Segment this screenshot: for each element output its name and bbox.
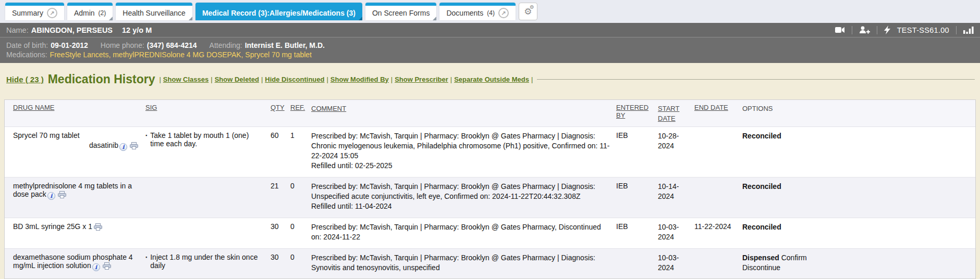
- hide-count-link[interactable]: Hide ( 23 ): [6, 75, 44, 84]
- patient-age-sex: 12 y/o M: [122, 26, 152, 34]
- comment-text: Prescribed by: McTavish, Tarquin | Pharm…: [311, 131, 610, 161]
- table-header-row: DRUG NAME SIG QTY REF. COMMENT ENTERED B…: [5, 100, 975, 126]
- sig-text: Take 1 tablet by mouth 1 (one) time each…: [150, 131, 264, 171]
- comment-text: Prescribed by: McTavish, Tarquin | Pharm…: [311, 182, 610, 201]
- patient-name-bar: Name: ABINGDON, PERSEUS 12 y/o M TEST-SS…: [0, 23, 980, 37]
- tab-label: Health Surveillance: [123, 9, 186, 17]
- tab-documents[interactable]: Documents (4) ↗: [439, 3, 515, 20]
- tab-corner-fold-icon: [109, 17, 113, 20]
- tab-count: (4): [487, 9, 495, 17]
- separator: |: [531, 75, 533, 83]
- comment-text: Prescribed by: McTavish, Tarquin | Pharm…: [311, 253, 610, 273]
- status-badge: Reconciled: [742, 132, 781, 140]
- col-header-end-date[interactable]: END DATE: [694, 104, 742, 123]
- entered-by-value: IEB: [616, 182, 658, 211]
- tab-corner-fold-icon: [433, 17, 436, 20]
- sig-bullet: ▪: [145, 253, 147, 273]
- print-icon[interactable]: [94, 224, 102, 232]
- qty-value: 30: [271, 222, 290, 242]
- discontinue-link[interactable]: Discontinue: [742, 263, 780, 272]
- row-filler: [841, 131, 975, 171]
- entered-by-value: IEB: [616, 222, 658, 242]
- info-icon[interactable]: i: [92, 263, 100, 271]
- entered-by-value: [616, 253, 658, 273]
- table-row-methylprednisolone: methylprednisolone 4 mg tablets in a dos…: [5, 177, 975, 218]
- show-modified-by-link[interactable]: Show Modified By: [330, 75, 389, 83]
- table-row-dexamethasone: dexamethasone sodium phosphate 4 mg/mL i…: [5, 248, 975, 279]
- system-id-label: TEST-SS61.00: [897, 26, 949, 34]
- gear-small-icon: ⚙: [530, 5, 534, 10]
- bar-chart-icon[interactable]: [963, 26, 974, 34]
- tab-on-screen-forms[interactable]: On Screen Forms: [365, 3, 436, 20]
- col-header-start-date[interactable]: START DATE: [658, 104, 694, 123]
- ref-value: 0: [290, 253, 311, 273]
- start-date-value: 10-28-2024: [658, 131, 694, 171]
- add-user-icon[interactable]: [859, 26, 870, 34]
- tab-admin[interactable]: Admin (2): [67, 3, 113, 20]
- tab-label: Admin: [74, 9, 95, 17]
- separate-outside-meds-link[interactable]: Separate Outside Meds: [454, 75, 529, 83]
- header-filler: [841, 104, 975, 123]
- lightning-bolt-icon[interactable]: [884, 26, 890, 34]
- drug-generic-name: dasatinib: [89, 141, 118, 149]
- table-row-bd-syringe: BD 3mL syringe 25G x 1 30 0 Prescribed b…: [5, 218, 975, 248]
- sig-bullet: ▪: [145, 131, 147, 171]
- dob-label: Date of birth:: [6, 41, 48, 49]
- tab-label: Documents: [446, 9, 483, 17]
- dob-value: 09-01-2012: [51, 41, 88, 49]
- tab-medical-record[interactable]: Medical Record (3):Allergies/Medications…: [195, 3, 362, 20]
- page-title: Medication History: [48, 72, 155, 86]
- medications-label: Medications:: [6, 50, 47, 59]
- refill-text: Refilled until: 02-25-2025: [311, 161, 610, 171]
- video-camera-icon[interactable]: [835, 27, 845, 33]
- separator: |: [450, 75, 452, 83]
- patient-name: ABINGDON, PERSEUS: [31, 26, 113, 34]
- divider: [852, 26, 852, 34]
- start-date-value: 10-14-2024: [658, 182, 694, 211]
- qty-value: 30: [271, 253, 290, 273]
- info-icon[interactable]: i: [119, 143, 127, 151]
- show-classes-link[interactable]: Show Classes: [163, 75, 209, 83]
- tab-summary[interactable]: Summary ↗: [5, 3, 64, 20]
- end-date-value: [694, 253, 742, 273]
- separator: |: [391, 75, 393, 83]
- status-badge: Reconciled: [742, 223, 781, 231]
- end-date-value: [694, 131, 742, 171]
- tab-health-surveillance[interactable]: Health Surveillance: [116, 3, 192, 20]
- row-filler: [841, 253, 975, 273]
- name-label: Name:: [6, 26, 29, 34]
- attending-value: Internist E. Butler, M.D.: [245, 41, 325, 49]
- show-deleted-link[interactable]: Show Deleted: [215, 75, 259, 83]
- launch-icon[interactable]: ↗: [47, 8, 57, 18]
- qty-value: 60: [271, 131, 290, 171]
- phone-value: (347) 684-4214: [147, 41, 197, 49]
- col-header-entered-by[interactable]: ENTERED BY: [616, 104, 658, 123]
- show-prescriber-link[interactable]: Show Prescriber: [395, 75, 448, 83]
- col-header-comment[interactable]: COMMENT: [311, 104, 616, 123]
- tab-label: Medical Record (3):Allergies/Medications…: [202, 9, 356, 17]
- print-icon[interactable]: [103, 263, 111, 271]
- settings-button[interactable]: ⚙ ⚙: [519, 3, 537, 20]
- col-header-ref[interactable]: REF.: [290, 104, 311, 123]
- drug-name: methylprednisolone 4 mg tablets in a dos…: [13, 182, 132, 198]
- phone-label: Home phone:: [101, 41, 144, 49]
- refill-text: Refilled until: 11-04-2024: [311, 201, 610, 211]
- col-header-sig[interactable]: SIG: [145, 104, 271, 123]
- print-icon[interactable]: [58, 192, 66, 200]
- col-header-drug-name[interactable]: DRUG NAME: [5, 104, 145, 123]
- medications-summary: FreeStyle Lancets, methylPREDNISolone 4 …: [50, 50, 312, 59]
- tab-bar: Summary ↗ Admin (2) Health Surveillance …: [0, 0, 980, 23]
- hide-discontinued-link[interactable]: Hide Discontinued: [265, 75, 324, 83]
- medication-history-table: DRUG NAME SIG QTY REF. COMMENT ENTERED B…: [4, 99, 976, 279]
- ref-value: 1: [290, 131, 311, 171]
- col-header-options: OPTIONS: [742, 104, 841, 123]
- status-badge: Dispensed: [742, 253, 779, 262]
- status-badge: Reconciled: [742, 182, 781, 191]
- divider: [956, 26, 957, 34]
- print-icon[interactable]: [130, 143, 138, 151]
- launch-icon[interactable]: ↗: [498, 8, 509, 18]
- col-header-qty[interactable]: QTY: [271, 104, 290, 123]
- confirm-link[interactable]: Confirm: [781, 253, 807, 262]
- info-icon[interactable]: i: [47, 192, 55, 200]
- drug-name: dexamethasone sodium phosphate 4 mg/mL i…: [13, 253, 133, 270]
